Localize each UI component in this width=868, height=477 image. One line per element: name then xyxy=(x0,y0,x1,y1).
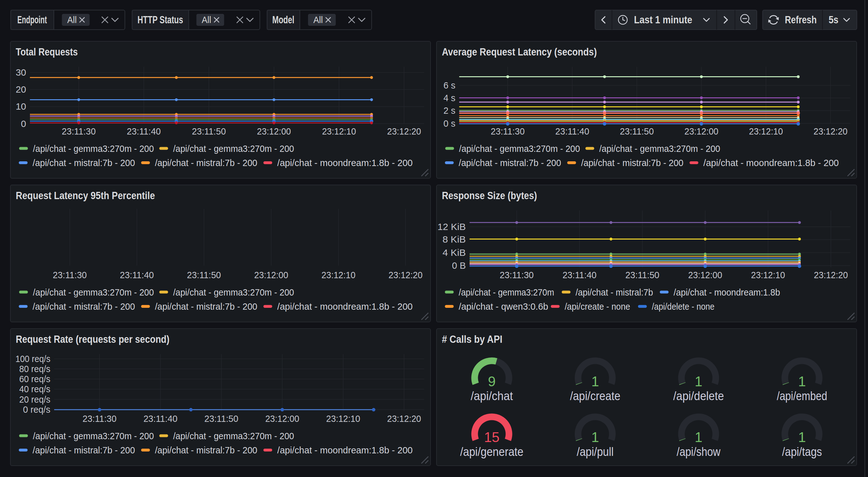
svg-text:0 s: 0 s xyxy=(443,118,456,128)
svg-text:/api/show: /api/show xyxy=(677,445,721,458)
svg-text:Average Request Latency (secon: Average Request Latency (seconds) xyxy=(442,46,597,58)
svg-text:2 s: 2 s xyxy=(443,105,456,116)
svg-text:/api/chat - gemma3:270m - 200: /api/chat - gemma3:270m - 200 xyxy=(173,143,294,154)
svg-text:All: All xyxy=(202,15,211,25)
svg-text:23:11:50: 23:11:50 xyxy=(187,270,221,280)
svg-text:23:11:50: 23:11:50 xyxy=(620,126,654,137)
svg-text:All: All xyxy=(313,15,323,25)
svg-text:HTTP Status: HTTP Status xyxy=(137,13,183,26)
svg-text:23:12:20: 23:12:20 xyxy=(387,413,421,424)
svg-text:23:11:40: 23:11:40 xyxy=(555,126,589,137)
svg-text:/api/chat - gemma3:270m: /api/chat - gemma3:270m xyxy=(459,287,554,297)
svg-text:23:12:00: 23:12:00 xyxy=(254,270,288,280)
svg-text:/api/chat - mistral:7b - 200: /api/chat - mistral:7b - 200 xyxy=(33,157,135,168)
svg-text:23:11:30: 23:11:30 xyxy=(53,270,87,280)
svg-text:/api/chat - mistral:7b - 200: /api/chat - mistral:7b - 200 xyxy=(155,445,257,455)
svg-text:/api/chat - gemma3:270m - 200: /api/chat - gemma3:270m - 200 xyxy=(173,287,294,297)
svg-text:1: 1 xyxy=(591,374,599,389)
svg-text:1: 1 xyxy=(798,374,806,389)
svg-text:20 req/s: 20 req/s xyxy=(19,394,51,405)
svg-text:Request Latency 95th Percentil: Request Latency 95th Percentile xyxy=(16,189,155,201)
svg-text:/api/chat - mistral:7b - 200: /api/chat - mistral:7b - 200 xyxy=(459,157,561,168)
svg-text:/api/embed: /api/embed xyxy=(777,389,827,403)
svg-text:1: 1 xyxy=(695,429,702,445)
svg-text:/api/chat - mistral:7b - 200: /api/chat - mistral:7b - 200 xyxy=(33,301,135,311)
svg-text:/api/chat - mistral:7b: /api/chat - mistral:7b xyxy=(576,287,653,297)
svg-text:/api/chat - gemma3:270m - 200: /api/chat - gemma3:270m - 200 xyxy=(33,287,154,297)
svg-text:23:12:10: 23:12:10 xyxy=(749,126,783,137)
svg-text:23:11:30: 23:11:30 xyxy=(83,413,117,424)
svg-text:9: 9 xyxy=(488,374,495,389)
svg-text:0 B: 0 B xyxy=(452,260,466,271)
svg-text:/api/chat - gemma3:270m - 200: /api/chat - gemma3:270m - 200 xyxy=(33,143,154,154)
svg-text:Request Rate (requests per sec: Request Rate (requests per second) xyxy=(16,333,169,345)
svg-text:20: 20 xyxy=(16,84,26,94)
svg-text:/api/chat - moondream:1.8b - 2: /api/chat - moondream:1.8b - 200 xyxy=(277,301,412,311)
svg-text:23:11:30: 23:11:30 xyxy=(491,126,525,137)
svg-text:/api/chat - mistral:7b - 200: /api/chat - mistral:7b - 200 xyxy=(155,301,257,311)
svg-text:80 req/s: 80 req/s xyxy=(19,364,51,374)
svg-text:30: 30 xyxy=(16,67,26,78)
svg-text:15: 15 xyxy=(484,429,499,445)
svg-text:4 s: 4 s xyxy=(443,93,456,103)
svg-text:# Calls by API: # Calls by API xyxy=(442,333,502,345)
svg-text:23:11:40: 23:11:40 xyxy=(127,126,161,137)
svg-text:40 req/s: 40 req/s xyxy=(19,384,51,394)
svg-text:All: All xyxy=(67,15,77,25)
svg-text:/api/pull: /api/pull xyxy=(577,445,614,458)
svg-text:0: 0 xyxy=(21,118,26,129)
svg-text:23:11:40: 23:11:40 xyxy=(143,413,177,424)
svg-text:/api/generate: /api/generate xyxy=(460,445,523,458)
svg-text:/api/chat - mistral:7b - 200: /api/chat - mistral:7b - 200 xyxy=(33,445,135,455)
svg-text:/api/chat: /api/chat xyxy=(471,389,513,403)
svg-text:/api/chat - gemma3:270m - 200: /api/chat - gemma3:270m - 200 xyxy=(173,431,294,441)
svg-text:23:12:20: 23:12:20 xyxy=(387,126,421,137)
svg-text:/api/delete - none: /api/delete - none xyxy=(652,301,715,311)
svg-text:8 KiB: 8 KiB xyxy=(442,234,466,244)
svg-text:23:12:20: 23:12:20 xyxy=(389,270,423,280)
svg-text:23:11:40: 23:11:40 xyxy=(120,270,154,280)
svg-text:23:12:10: 23:12:10 xyxy=(326,413,360,424)
svg-text:/api/chat - moondream:1.8b - 2: /api/chat - moondream:1.8b - 200 xyxy=(703,157,839,168)
svg-text:Endpoint: Endpoint xyxy=(17,13,47,26)
svg-text:23:12:00: 23:12:00 xyxy=(684,126,718,137)
svg-text:10: 10 xyxy=(16,101,26,112)
svg-text:Last 1 minute: Last 1 minute xyxy=(634,14,692,26)
svg-text:Refresh: Refresh xyxy=(785,14,817,26)
svg-text:/api/chat - moondream:1.8b - 2: /api/chat - moondream:1.8b - 200 xyxy=(277,157,412,168)
svg-text:/api/create: /api/create xyxy=(570,389,620,403)
svg-text:23:12:00: 23:12:00 xyxy=(257,126,291,137)
svg-text:23:12:10: 23:12:10 xyxy=(322,126,356,137)
svg-text:Total Requests: Total Requests xyxy=(16,46,78,58)
svg-text:23:11:30: 23:11:30 xyxy=(62,126,96,137)
svg-text:23:11:30: 23:11:30 xyxy=(500,270,534,280)
svg-text:23:12:20: 23:12:20 xyxy=(814,270,848,280)
svg-text:/api/chat - moondream:1.8b: /api/chat - moondream:1.8b xyxy=(674,287,780,297)
svg-text:1: 1 xyxy=(798,429,806,445)
svg-text:/api/chat - gemma3:270m - 200: /api/chat - gemma3:270m - 200 xyxy=(599,143,720,154)
svg-text:12 KiB: 12 KiB xyxy=(437,221,466,232)
svg-text:5s: 5s xyxy=(829,14,838,26)
svg-text:23:12:20: 23:12:20 xyxy=(813,126,847,137)
svg-text:60 req/s: 60 req/s xyxy=(19,374,51,384)
svg-text:Model: Model xyxy=(273,13,294,26)
svg-text:23:12:10: 23:12:10 xyxy=(321,270,355,280)
svg-text:/api/chat - mistral:7b - 200: /api/chat - mistral:7b - 200 xyxy=(581,157,683,168)
svg-text:/api/chat - gemma3:270m - 200: /api/chat - gemma3:270m - 200 xyxy=(459,143,580,154)
svg-text:23:12:00: 23:12:00 xyxy=(265,413,299,424)
svg-text:/api/delete: /api/delete xyxy=(673,389,724,403)
svg-text:23:11:40: 23:11:40 xyxy=(562,270,596,280)
svg-text:/api/tags: /api/tags xyxy=(782,445,822,458)
svg-text:23:11:50: 23:11:50 xyxy=(192,126,226,137)
svg-text:1: 1 xyxy=(591,429,599,445)
svg-text:/api/create - none: /api/create - none xyxy=(565,301,630,311)
svg-text:1: 1 xyxy=(695,374,702,389)
svg-text:23:11:50: 23:11:50 xyxy=(205,413,239,424)
svg-text:4 KiB: 4 KiB xyxy=(442,247,466,258)
svg-text:/api/chat - moondream:1.8b - 2: /api/chat - moondream:1.8b - 200 xyxy=(277,445,412,455)
svg-text:Response Size (bytes): Response Size (bytes) xyxy=(442,189,537,201)
svg-text:/api/chat - qwen3:0.6b: /api/chat - qwen3:0.6b xyxy=(459,301,548,311)
svg-text:23:12:10: 23:12:10 xyxy=(751,270,785,280)
svg-text:/api/chat - gemma3:270m - 200: /api/chat - gemma3:270m - 200 xyxy=(33,431,154,441)
svg-text:23:12:00: 23:12:00 xyxy=(688,270,722,280)
